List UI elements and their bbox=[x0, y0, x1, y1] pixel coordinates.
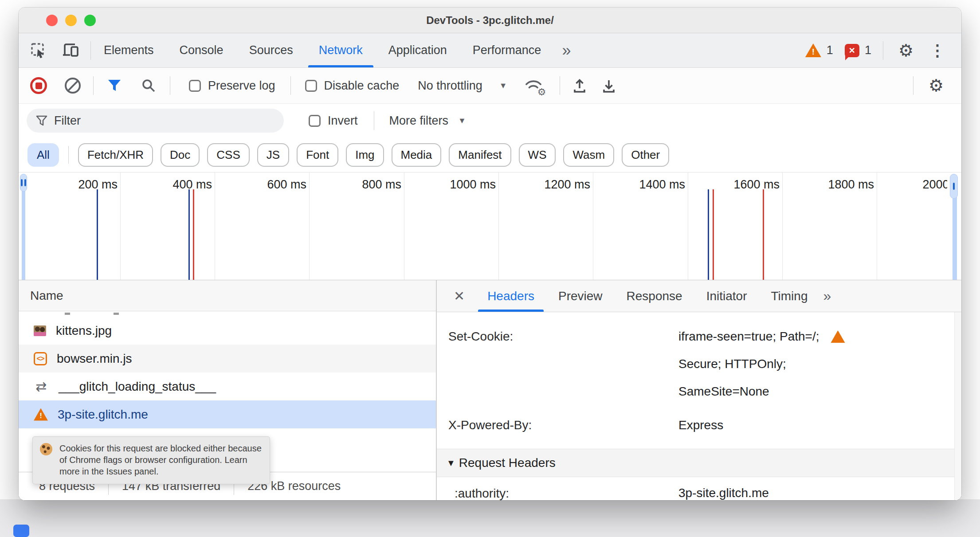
tick-label: 1200 ms bbox=[502, 178, 590, 192]
throttling-dropdown[interactable]: No throttling ▼ bbox=[418, 79, 507, 93]
tab-console[interactable]: Console bbox=[167, 33, 236, 67]
inspect-element-icon[interactable] bbox=[30, 42, 47, 59]
invert-checkbox[interactable] bbox=[309, 115, 321, 127]
import-har-icon[interactable] bbox=[572, 77, 588, 94]
minimize-window-button[interactable] bbox=[65, 15, 77, 26]
tab-sources[interactable]: Sources bbox=[236, 33, 306, 67]
tooltip-text: Cookies for this request are blocked eit… bbox=[59, 443, 262, 476]
header-entry-x-powered-by: X-Powered-By: Express bbox=[437, 412, 961, 439]
close-details-icon[interactable]: ✕ bbox=[443, 288, 475, 304]
network-toolbar: Preserve log Disable cache No throttling… bbox=[19, 68, 961, 104]
warning-count[interactable]: 1 bbox=[827, 43, 833, 57]
tab-initiator[interactable]: Initiator bbox=[694, 280, 759, 312]
search-icon[interactable] bbox=[141, 78, 157, 94]
tick-label: 1600 ms bbox=[691, 178, 780, 192]
filter-input-container[interactable] bbox=[27, 109, 284, 133]
gridline bbox=[593, 172, 593, 280]
record-network-log-button[interactable] bbox=[30, 77, 47, 94]
export-har-icon[interactable] bbox=[601, 77, 617, 94]
tab-application[interactable]: Application bbox=[376, 33, 460, 67]
request-row-bowser[interactable]: <> bowser.min.js bbox=[19, 345, 436, 372]
timeline-left-handle[interactable] bbox=[20, 174, 27, 192]
header-entry-authority: :authority: 3p-site.glitch.me bbox=[437, 477, 961, 500]
console-error-icon[interactable]: ✕ bbox=[845, 44, 859, 57]
header-name: X-Powered-By: bbox=[448, 412, 678, 439]
caret-down-icon: ▼ bbox=[499, 81, 507, 90]
gridline bbox=[120, 172, 121, 280]
chip-wasm[interactable]: Wasm bbox=[563, 143, 614, 167]
chip-fetch-xhr[interactable]: Fetch/XHR bbox=[78, 143, 153, 167]
gear-icon: ⚙ bbox=[537, 86, 546, 98]
zoom-window-button[interactable] bbox=[84, 15, 96, 26]
network-settings-gear-icon[interactable]: ⚙ bbox=[929, 77, 944, 94]
request-row-kittens[interactable]: kittens.jpg bbox=[19, 317, 436, 345]
close-window-button[interactable] bbox=[46, 15, 58, 26]
tab-preview[interactable]: Preview bbox=[546, 280, 615, 312]
cookie-warning-icon[interactable]: ! bbox=[831, 330, 845, 343]
name-column-header[interactable]: Name bbox=[19, 280, 436, 311]
request-row-glitch-loading-status[interactable]: ⇄ ___glitch_loading_status___ bbox=[19, 372, 436, 400]
chip-ws[interactable]: WS bbox=[519, 143, 556, 167]
preserve-log-checkbox[interactable] bbox=[189, 80, 201, 92]
divider bbox=[170, 76, 170, 95]
tab-performance[interactable]: Performance bbox=[460, 33, 554, 67]
warning-triangle-icon: ! bbox=[34, 408, 48, 421]
header-name: Set-Cookie: bbox=[448, 323, 678, 405]
gridline bbox=[309, 172, 310, 280]
divider bbox=[913, 76, 913, 95]
chip-manifest[interactable]: Manifest bbox=[449, 143, 511, 167]
disable-cache-checkbox[interactable] bbox=[305, 80, 317, 92]
request-details-pane: ✕ Headers Preview Response Initiator Tim… bbox=[437, 280, 961, 500]
filter-input[interactable] bbox=[54, 114, 275, 128]
desktop-icon-fragment bbox=[13, 525, 29, 537]
clear-network-log-icon[interactable] bbox=[65, 78, 81, 94]
error-count[interactable]: 1 bbox=[865, 43, 871, 57]
load-event-line bbox=[763, 189, 764, 280]
caret-down-icon: ▼ bbox=[458, 116, 466, 125]
chip-all[interactable]: All bbox=[27, 143, 59, 167]
invert-label: Invert bbox=[328, 114, 358, 128]
chip-js[interactable]: JS bbox=[257, 143, 289, 167]
header-value: iframe-seen=true; Path=/; bbox=[678, 323, 819, 350]
more-tabs-icon[interactable]: » bbox=[554, 41, 579, 60]
chip-font[interactable]: Font bbox=[297, 143, 338, 167]
tab-network[interactable]: Network bbox=[306, 33, 376, 67]
network-overview-timeline[interactable]: 200 ms 400 ms 600 ms 800 ms 1000 ms 1200… bbox=[19, 172, 961, 280]
gridline bbox=[688, 172, 688, 280]
request-type-filters: All Fetch/XHR Doc CSS JS Font Img Media … bbox=[19, 137, 961, 172]
chip-css[interactable]: CSS bbox=[207, 143, 249, 167]
tick-label: 400 ms bbox=[123, 178, 212, 192]
script-file-icon: <> bbox=[34, 352, 47, 365]
tab-headers[interactable]: Headers bbox=[475, 280, 546, 312]
tick-label: 1800 ms bbox=[785, 178, 874, 192]
tab-timing[interactable]: Timing bbox=[759, 280, 820, 312]
details-scrollbar[interactable] bbox=[954, 312, 961, 500]
chip-other[interactable]: Other bbox=[622, 143, 669, 167]
preserve-log-label: Preserve log bbox=[208, 79, 275, 93]
chip-doc[interactable]: Doc bbox=[161, 143, 200, 167]
more-filters-dropdown[interactable]: More filters ▼ bbox=[389, 114, 466, 128]
network-conditions-icon[interactable]: ⚙ bbox=[523, 77, 544, 94]
request-headers-section-toggle[interactable]: ▼ Request Headers bbox=[437, 449, 961, 477]
divider bbox=[374, 111, 374, 130]
header-value: SameSite=None bbox=[678, 378, 769, 405]
divider bbox=[560, 76, 560, 95]
more-detail-tabs-icon[interactable]: » bbox=[819, 288, 835, 304]
timeline-right-handle[interactable] bbox=[950, 174, 958, 199]
chip-media[interactable]: Media bbox=[392, 143, 442, 167]
chip-img[interactable]: Img bbox=[346, 143, 384, 167]
settings-gear-icon[interactable]: ⚙ bbox=[898, 42, 913, 59]
gridline bbox=[782, 172, 783, 280]
issues-warning-icon[interactable]: ! bbox=[805, 43, 821, 57]
tab-elements[interactable]: Elements bbox=[91, 33, 167, 67]
device-toolbar-icon[interactable] bbox=[62, 42, 80, 59]
request-row-3p-site-selected[interactable]: ! 3p-site.glitch.me bbox=[19, 400, 436, 428]
tick-label: 2000 ms bbox=[880, 178, 961, 192]
gridline bbox=[215, 172, 215, 280]
filter-funnel-icon[interactable] bbox=[107, 78, 122, 93]
divider bbox=[883, 41, 883, 60]
tab-response[interactable]: Response bbox=[615, 280, 694, 312]
disable-cache-label: Disable cache bbox=[324, 79, 400, 93]
kebab-menu-icon[interactable]: ⋮ bbox=[925, 41, 950, 60]
divider bbox=[68, 146, 69, 164]
